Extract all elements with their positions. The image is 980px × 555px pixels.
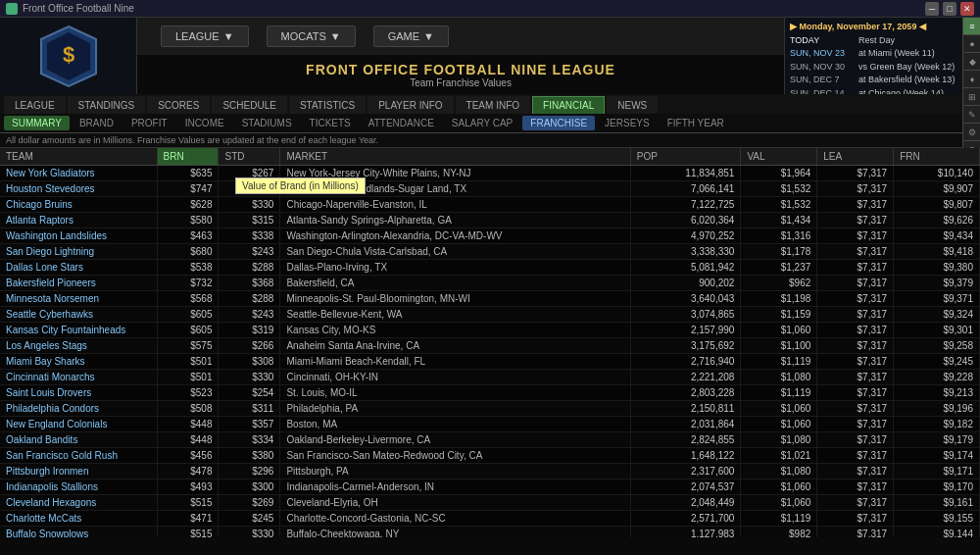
team-name-cell[interactable]: Bakersfield Pioneers	[0, 276, 157, 291]
team-name-cell[interactable]: Dallas Lone Stars	[0, 260, 157, 276]
secondary-tab-attendance[interactable]: ATTENDANCE	[361, 116, 442, 130]
team-name-cell[interactable]: Miami Bay Sharks	[0, 354, 157, 370]
data-cell: $311	[219, 401, 280, 417]
team-name-cell[interactable]: Buffalo Snowplows	[0, 527, 157, 538]
table-header-market[interactable]: MARKET	[280, 148, 630, 166]
minimize-button[interactable]: ─	[925, 2, 939, 16]
table-header-val[interactable]: VAL	[741, 148, 817, 166]
mocats-nav-button[interactable]: MOCATS ▼	[267, 25, 356, 47]
table-header-frn[interactable]: FRN	[894, 148, 980, 166]
team-name-cell[interactable]: Charlotte McCats	[0, 511, 157, 527]
secondary-tab-salary-cap[interactable]: SALARY CAP	[444, 116, 520, 130]
team-name-cell[interactable]: Indianapolis Stallions	[0, 479, 157, 495]
team-name-cell[interactable]: Chicago Bruins	[0, 197, 157, 213]
data-cell: $7,317	[817, 166, 894, 181]
primary-tab-league[interactable]: LEAGUE	[4, 96, 66, 114]
team-name-cell[interactable]: Seattle Cyberhawks	[0, 307, 157, 323]
team-name-cell[interactable]: Saint Louis Drovers	[0, 385, 157, 401]
game-chevron: ▼	[423, 30, 434, 42]
data-cell: 3,175,692	[630, 338, 741, 354]
data-cell: San Francisco-San Mateo-Redwood City, CA	[280, 448, 630, 464]
team-name-cell[interactable]: Oakland Bandits	[0, 432, 157, 448]
data-cell: 2,048,449	[630, 495, 741, 511]
team-name-cell[interactable]: Washington Landslides	[0, 228, 157, 244]
secondary-tabs: SUMMARYBRANDPROFITINCOMESTADIUMSTICKETSA…	[0, 114, 980, 132]
team-name-cell[interactable]: Minnesota Norsemen	[0, 291, 157, 307]
team-name-cell[interactable]: Pittsburgh Ironmen	[0, 464, 157, 479]
data-cell: Cleveland-Elyria, OH	[280, 495, 630, 511]
team-name-cell[interactable]: Cleveland Hexagons	[0, 495, 157, 511]
data-cell: 2,317,600	[630, 464, 741, 479]
table-header-pop[interactable]: POP	[630, 148, 741, 166]
data-cell: $9,170	[894, 479, 980, 495]
team-name-cell[interactable]: Philadelphia Condors	[0, 401, 157, 417]
table-header-team[interactable]: TEAM	[0, 148, 157, 166]
data-cell: $7,317	[817, 276, 894, 291]
data-cell: $9,213	[894, 385, 980, 401]
table-header-std[interactable]: STD	[219, 148, 280, 166]
table-header-row: TEAMBRNSTDMARKETPOPVALLEAFRN	[0, 148, 980, 166]
team-name-cell[interactable]: New England Colonials	[0, 417, 157, 432]
data-cell: Minneapolis-St. Paul-Bloomington, MN-WI	[280, 291, 630, 307]
data-cell: 900,202	[630, 276, 741, 291]
table-row: Charlotte McCats$471$245Charlotte-Concor…	[0, 511, 980, 527]
right-tab-4[interactable]: ♦	[963, 71, 980, 88]
primary-tab-player info[interactable]: PLAYER INFO	[368, 96, 453, 114]
primary-tab-scores[interactable]: SCORES	[147, 96, 210, 114]
right-tab-3[interactable]: ◆	[963, 53, 980, 71]
data-cell: Boston, MA	[280, 417, 630, 432]
data-cell: 2,824,855	[630, 432, 741, 448]
data-cell: $380	[219, 448, 280, 464]
table-header-lea[interactable]: LEA	[817, 148, 894, 166]
primary-tab-standings[interactable]: STANDINGS	[68, 96, 146, 114]
secondary-tab-stadiums[interactable]: STADIUMS	[234, 116, 300, 130]
right-tab-1[interactable]: ≡	[963, 18, 980, 35]
data-cell: 2,150,811	[630, 401, 741, 417]
right-tab-7[interactable]: ⚙	[963, 124, 980, 141]
data-cell: $1,964	[741, 166, 817, 181]
secondary-tab-franchise[interactable]: FRANCHISE	[522, 116, 595, 130]
maximize-button[interactable]: □	[943, 2, 956, 16]
team-name-cell[interactable]: Atlanta Raptors	[0, 213, 157, 228]
game-nav-button[interactable]: GAME ▼	[373, 25, 449, 47]
primary-tab-financial[interactable]: FINANCIAL	[532, 96, 605, 114]
team-name-cell[interactable]: Kansas City Fountainheads	[0, 323, 157, 338]
data-cell: $1,060	[741, 417, 817, 432]
secondary-tab-jerseys[interactable]: JERSEYS	[597, 116, 658, 130]
schedule-row: TODAYRest Day	[790, 34, 975, 47]
team-name-cell[interactable]: San Francisco Gold Rush	[0, 448, 157, 464]
primary-tab-team info[interactable]: TEAM INFO	[456, 96, 530, 114]
secondary-tab-fifth-year[interactable]: FIFTH YEAR	[660, 116, 732, 130]
team-name-cell[interactable]: Houston Stevedores	[0, 181, 157, 197]
right-tab-2[interactable]: ●	[963, 35, 980, 53]
right-tab-6[interactable]: ✎	[963, 106, 980, 124]
secondary-tab-profit[interactable]: PROFIT	[123, 116, 175, 130]
data-cell: 2,221,208	[630, 370, 741, 385]
center-header: LEAGUE ▼ MOCATS ▼ GAME ▼ FRONT OFFICE FO…	[137, 18, 784, 94]
primary-tab-schedule[interactable]: SCHEDULE	[212, 96, 286, 114]
table-row: Saint Louis Drovers$523$254St. Louis, MO…	[0, 385, 980, 401]
primary-tab-news[interactable]: NEWS	[607, 96, 658, 114]
team-name-cell[interactable]: New York Gladiators	[0, 166, 157, 181]
data-cell: $7,317	[817, 307, 894, 323]
secondary-tab-tickets[interactable]: TICKETS	[302, 116, 359, 130]
secondary-tab-brand[interactable]: BRAND	[72, 116, 122, 130]
table-header-brn[interactable]: BRN	[157, 148, 219, 166]
right-tab-5[interactable]: ⊞	[963, 88, 980, 106]
secondary-tab-income[interactable]: INCOME	[177, 116, 232, 130]
primary-tab-statistics[interactable]: STATISTICS	[289, 96, 366, 114]
data-cell: Philadelphia, PA	[280, 401, 630, 417]
data-cell: $7,317	[817, 432, 894, 448]
team-name-cell[interactable]: Cincinnati Monarchs	[0, 370, 157, 385]
team-name-cell[interactable]: Los Angeles Stags	[0, 338, 157, 354]
data-cell: $296	[219, 464, 280, 479]
team-name-cell[interactable]: San Diego Lightning	[0, 244, 157, 260]
secondary-tab-summary[interactable]: SUMMARY	[4, 116, 70, 130]
data-cell: $308	[219, 354, 280, 370]
close-button[interactable]: ✕	[960, 2, 974, 16]
data-cell: $9,245	[894, 354, 980, 370]
table-row: Minnesota Norsemen$568$288Minneapolis-St…	[0, 291, 980, 307]
data-cell: $10,140	[894, 166, 980, 181]
league-nav-button[interactable]: LEAGUE ▼	[161, 25, 249, 47]
data-cell: New York-Jersey City-White Plains, NY-NJ	[280, 166, 630, 181]
